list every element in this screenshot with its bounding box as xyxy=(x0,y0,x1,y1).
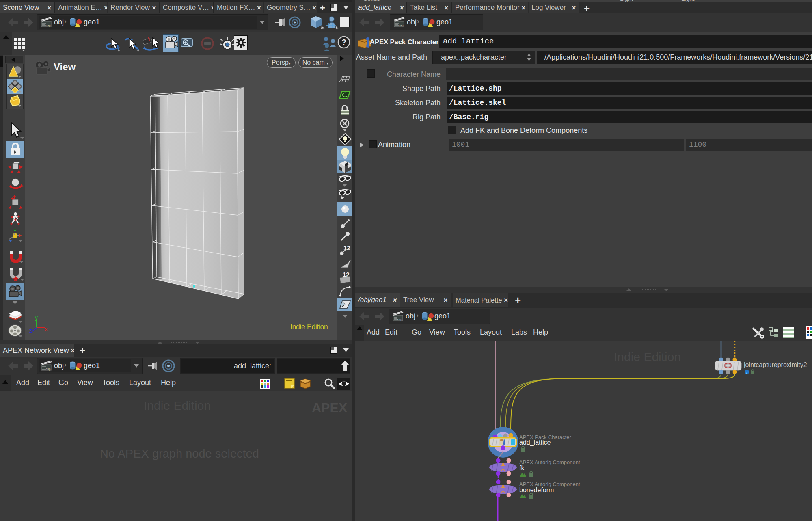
svg-text:?: ? xyxy=(341,38,346,47)
svg-text:z: z xyxy=(29,327,32,334)
svg-text:cap: cap xyxy=(397,318,402,321)
svg-text:cap: cap xyxy=(46,368,50,371)
svg-text:cap: cap xyxy=(46,24,50,27)
svg-text:x: x xyxy=(45,326,48,332)
svg-text:cap: cap xyxy=(399,24,403,27)
svg-text:y: y xyxy=(35,315,38,321)
